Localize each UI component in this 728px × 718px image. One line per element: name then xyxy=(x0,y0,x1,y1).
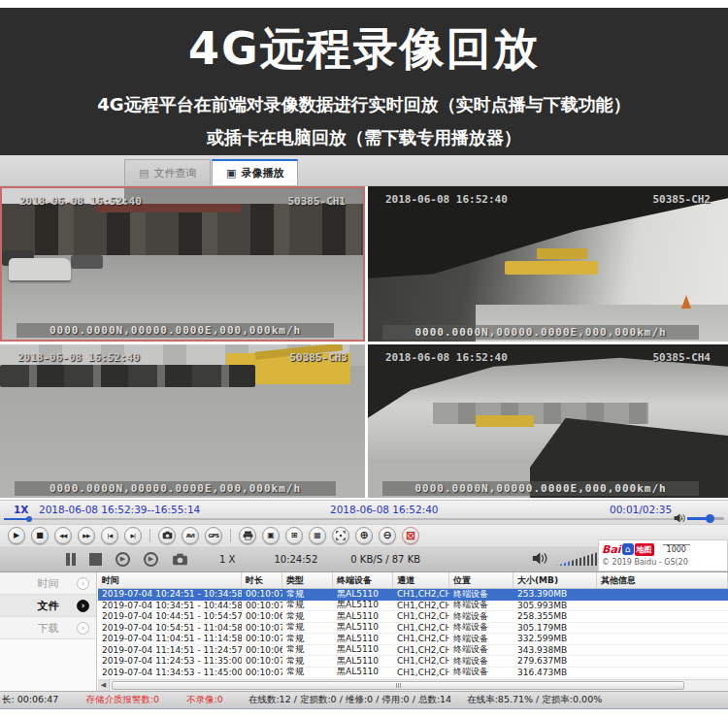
sidebar-item-time[interactable]: 时间 › xyxy=(0,572,96,595)
save-avi-button[interactable]: AVI xyxy=(182,527,199,544)
baidu-house-icon: ⌂ xyxy=(622,543,634,555)
file-browser: 时间 › 文件 › 下载 › 时间 时长 类型 终端设备 通道 位置 大小(MB… xyxy=(0,572,728,691)
volume-level-bars[interactable] xyxy=(556,551,601,566)
zoom-in-button[interactable]: ⊕ xyxy=(355,527,373,544)
video-channel-2[interactable]: 2018-06-08 16:52:40 50385-CH2 0000.0000N… xyxy=(368,186,728,342)
view-nine-button[interactable]: ▦ xyxy=(309,527,326,544)
video1-timestamp: 2018-06-08 16:52:40 xyxy=(19,195,142,208)
recording-table: 时间 时长 类型 终端设备 通道 位置 大小(MB) 其他信息 2019-07-… xyxy=(98,572,728,691)
table-row[interactable]: 2019-07-04 11:34:53 - 11:45:0000:10:07常规… xyxy=(98,668,728,679)
play-circle-icon: ▶ xyxy=(144,552,158,567)
scrollbar-thumb[interactable] xyxy=(112,681,684,690)
play-button[interactable]: ▶ xyxy=(8,527,25,544)
table-row[interactable]: 2019-07-04 11:14:51 - 11:24:5700:10:06常规… xyxy=(98,645,728,657)
tab-file-query-label: 文件查询 xyxy=(153,166,196,180)
stop-button[interactable]: ■ xyxy=(31,527,49,544)
seek-thumb[interactable] xyxy=(26,516,32,522)
sidebar-item-file[interactable]: 文件 › xyxy=(0,595,96,617)
toolbar-snapshot-button[interactable] xyxy=(172,553,188,566)
playback-speed-label: 1X xyxy=(14,504,28,515)
tab-bar: ▤ 文件查询 ▣ 录像播放 xyxy=(0,155,728,186)
table-row[interactable]: 2019-07-04 10:34:51 - 10:44:5800:10:07常规… xyxy=(98,601,728,612)
video-scene-parking xyxy=(0,344,365,498)
video-channel-4[interactable]: 2018-06-08 16:52:40 50385-CH4 0000.0000N… xyxy=(368,344,728,498)
video4-timestamp: 2018-06-08 16:52:40 xyxy=(385,351,508,364)
speaker-icon[interactable] xyxy=(532,551,548,566)
volume-thumb[interactable] xyxy=(706,514,714,523)
video-play-icon: ▣ xyxy=(226,167,236,180)
table-row[interactable]: 2019-07-04 11:04:51 - 11:14:5800:10:07常规… xyxy=(98,634,728,645)
map-copyright: © 2019 Baidu - GS(20 xyxy=(602,558,724,567)
status-bar: 长: 00:06:47 存储介质报警数:0 不录像:0 在线数:12 / 定损数… xyxy=(0,691,728,708)
seek-bar[interactable] xyxy=(4,518,683,520)
chevron-right-icon: › xyxy=(77,622,89,635)
print-button[interactable] xyxy=(239,527,256,544)
table-row[interactable]: 2019-07-04 11:24:53 - 11:35:0000:10:07常规… xyxy=(98,656,728,668)
status-rates: 在线率:85.71% / 定损率:0.00% xyxy=(467,694,602,706)
pause-button[interactable] xyxy=(66,553,76,566)
play-circle-icon: ▶ xyxy=(116,552,130,567)
tab-video-playback[interactable]: ▣ 录像播放 xyxy=(212,159,298,185)
chevron-right-icon: › xyxy=(77,577,89,590)
status-online-stats: 在线数:12 / 定损数:0 / 维修:0 / 停用:0 / 总数:14 xyxy=(248,694,451,706)
close-all-button[interactable]: ⊠ xyxy=(402,527,419,544)
play-all-button[interactable]: ▶ xyxy=(144,552,158,567)
gps-button[interactable]: GPS xyxy=(205,527,222,544)
prev-frame-button[interactable]: |◀ xyxy=(101,527,118,544)
video-channel-1[interactable]: 2018-06-08 16:52:40 50385-CH1 0000.0000N… xyxy=(0,186,365,342)
baidu-map-badge: 地图 xyxy=(635,543,654,556)
stop-playback-button[interactable] xyxy=(89,553,102,566)
view-single-button[interactable]: ▣ xyxy=(262,527,280,544)
table-row[interactable]: 2019-07-04 10:54:51 - 11:04:5800:10:07常规… xyxy=(98,623,728,635)
status-storage-alert: 存储介质报警数:0 xyxy=(85,694,159,706)
fullscreen-icon xyxy=(336,531,346,540)
video2-gps-overlay: 0000.0000N,00000.0000E,000,000km/h xyxy=(382,325,699,340)
video1-gps-overlay: 0000.0000N,00000.0000E,000,000km/h xyxy=(17,323,334,338)
video1-channel-id: 50385-CH1 xyxy=(287,195,346,208)
view-quad-button[interactable]: ⊞ xyxy=(285,527,303,544)
tab-video-playback-label: 录像播放 xyxy=(241,166,283,180)
volume-slider[interactable] xyxy=(687,517,724,520)
tab-file-query[interactable]: ▤ 文件查询 xyxy=(124,159,211,185)
page-subtitle-1: 4G远程平台在前端对录像数据进行实时回放（实时点播与下载功能） xyxy=(0,93,728,116)
video3-gps-overlay: 0000.0000N,00000.0000E,000,000km/h xyxy=(15,481,336,496)
video-scene-street xyxy=(2,188,363,340)
player-bitrate: 0 KB/S / 87 KB xyxy=(350,554,420,565)
player-time: 10:24:52 xyxy=(274,554,317,565)
sidebar-item-download[interactable]: 下载 › xyxy=(0,617,96,639)
status-norecord-alert: 不录像:0 xyxy=(186,694,223,706)
table-row[interactable]: 2019-07-04 10:44:51 - 10:54:5700:10:06常规… xyxy=(98,611,728,623)
fullscreen-button[interactable] xyxy=(332,527,349,544)
camera-icon xyxy=(172,553,188,566)
scroll-left-arrow[interactable]: ◀ xyxy=(98,680,110,691)
camera-icon xyxy=(162,531,173,539)
video4-channel-id: 50385-CH4 xyxy=(652,351,711,364)
page-title: 4G远程录像回放 xyxy=(0,8,728,80)
zoom-out-button[interactable]: ⊖ xyxy=(379,527,396,544)
video2-channel-id: 50385-CH2 xyxy=(652,193,711,206)
page-subtitle-2: 或插卡在电脑回放（需下载专用播放器） xyxy=(0,126,728,149)
stop-icon xyxy=(89,553,102,566)
hero-banner: 4G远程录像回放 4G远程平台在前端对录像数据进行实时回放（实时点播与下载功能）… xyxy=(0,8,728,155)
baidu-logo: Bai xyxy=(602,543,621,556)
table-header: 时间 时长 类型 终端设备 通道 位置 大小(MB) 其他信息 xyxy=(98,572,728,589)
timeline-position: 00:01/02:35 xyxy=(610,504,672,515)
table-row[interactable]: 2019-07-04 10:24:51 - 10:34:5800:10:07常规… xyxy=(98,589,728,601)
snapshot-button[interactable] xyxy=(158,527,176,544)
timeline-current-time: 2018-06-08 16:52:40 xyxy=(330,504,439,515)
speaker-icon xyxy=(674,512,686,524)
bottom-divider xyxy=(0,708,728,709)
timeline-range: 2018-06-08 16:52:39--16:55:14 xyxy=(39,504,200,515)
play-file-button[interactable]: ▶ xyxy=(116,552,130,567)
horizontal-scrollbar[interactable]: ◀ xyxy=(98,679,728,691)
video2-timestamp: 2018-06-08 16:52:40 xyxy=(385,193,508,206)
app-window: 4G远程录像回放 4G远程平台在前端对录像数据进行实时回放（实时点播与下载功能）… xyxy=(0,0,728,718)
pause-icon xyxy=(66,553,76,566)
rewind-button[interactable]: ◀◀ xyxy=(54,527,72,544)
file-search-icon: ▤ xyxy=(139,167,149,180)
player-speed: 1 X xyxy=(219,554,235,565)
fast-forward-button[interactable]: ▶▶ xyxy=(78,527,95,544)
video-channel-3[interactable]: 2018-06-08 16:52:40 50385-CH3 0000.0000N… xyxy=(0,344,365,498)
video4-gps-overlay: 0000.0000N,00000.0000E,000,000km/h xyxy=(382,481,699,496)
next-frame-button[interactable]: ▶| xyxy=(124,527,142,544)
